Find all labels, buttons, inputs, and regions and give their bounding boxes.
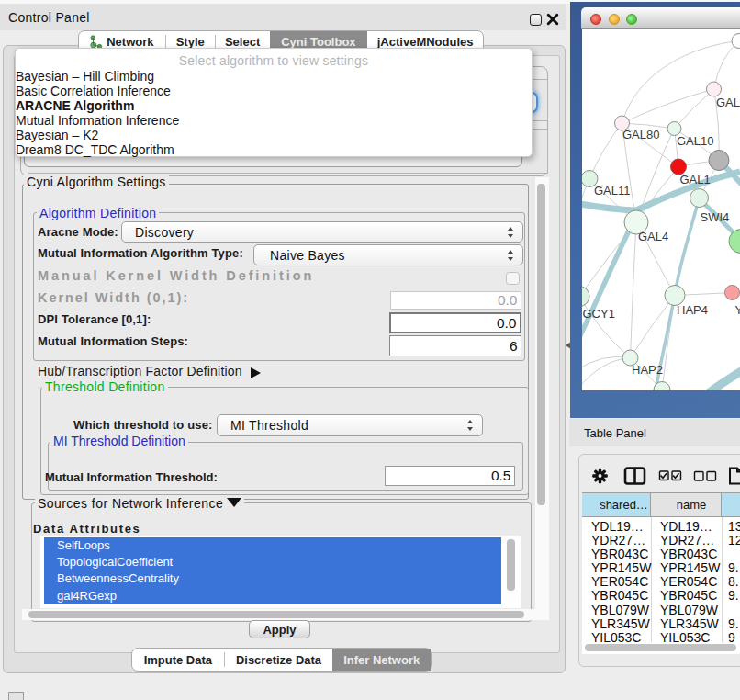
svg-text:HAP2: HAP2	[632, 363, 663, 377]
svg-text:GAL10: GAL10	[677, 134, 713, 148]
svg-text:Y: Y	[735, 303, 740, 317]
svg-text:GAL7: GAL7	[716, 96, 740, 109]
svg-text:GAL11: GAL11	[594, 184, 631, 198]
svg-text:GAL1: GAL1	[680, 173, 711, 186]
svg-text:GAL4: GAL4	[638, 230, 668, 243]
svg-text:GCY1: GCY1	[583, 307, 615, 321]
svg-text:HAP4: HAP4	[677, 303, 708, 317]
svg-text:GAL80: GAL80	[622, 128, 659, 141]
svg-text:SWI4: SWI4	[701, 210, 730, 224]
